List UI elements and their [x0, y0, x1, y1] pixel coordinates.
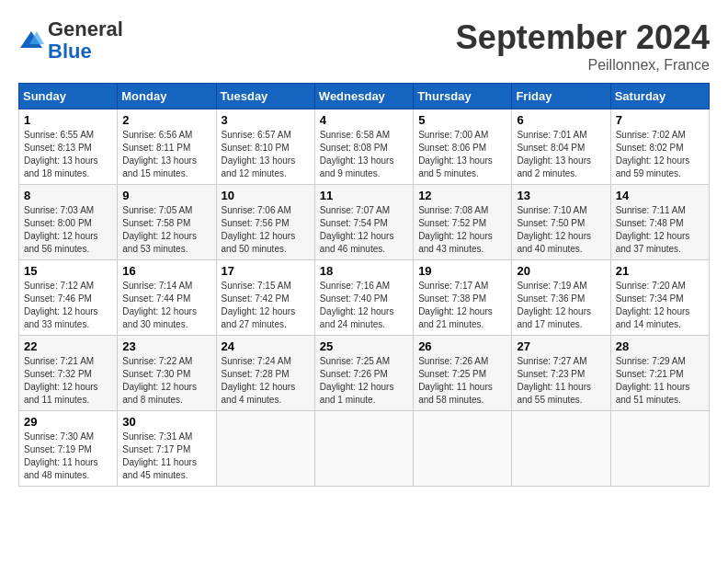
table-row: 23Sunrise: 7:22 AM Sunset: 7:30 PM Dayli…	[118, 336, 216, 411]
col-sunday: Sunday	[19, 84, 118, 109]
table-row: 18Sunrise: 7:16 AM Sunset: 7:40 PM Dayli…	[314, 260, 413, 336]
table-row: 4Sunrise: 6:58 AM Sunset: 8:08 PM Daylig…	[314, 109, 413, 185]
day-number: 7	[616, 113, 704, 127]
col-thursday: Thursday	[414, 84, 512, 109]
day-detail: Sunrise: 7:06 AM Sunset: 7:56 PM Dayligh…	[222, 204, 310, 256]
day-detail: Sunrise: 7:02 AM Sunset: 8:02 PM Dayligh…	[616, 129, 704, 180]
day-detail: Sunrise: 7:03 AM Sunset: 8:00 PM Dayligh…	[24, 204, 112, 256]
day-detail: Sunrise: 7:20 AM Sunset: 7:34 PM Dayligh…	[616, 280, 704, 331]
table-row: 7Sunrise: 7:02 AM Sunset: 8:02 PM Daylig…	[610, 109, 709, 185]
table-row: 1Sunrise: 6:55 AM Sunset: 8:13 PM Daylig…	[19, 109, 118, 185]
table-row: 5Sunrise: 7:00 AM Sunset: 8:06 PM Daylig…	[414, 109, 512, 185]
table-row: 8Sunrise: 7:03 AM Sunset: 8:00 PM Daylig…	[19, 185, 118, 260]
table-row	[216, 411, 314, 487]
day-detail: Sunrise: 7:19 AM Sunset: 7:36 PM Dayligh…	[517, 280, 605, 331]
col-wednesday: Wednesday	[314, 84, 413, 109]
table-row	[314, 411, 413, 487]
table-row	[512, 411, 610, 487]
day-detail: Sunrise: 7:22 AM Sunset: 7:30 PM Dayligh…	[122, 355, 210, 407]
day-detail: Sunrise: 7:07 AM Sunset: 7:54 PM Dayligh…	[320, 204, 408, 256]
day-number: 29	[24, 415, 112, 429]
logo-general-text: General	[48, 18, 123, 40]
calendar-week-row: 8Sunrise: 7:03 AM Sunset: 8:00 PM Daylig…	[19, 185, 710, 260]
day-detail: Sunrise: 7:24 AM Sunset: 7:28 PM Dayligh…	[222, 355, 310, 407]
table-row: 6Sunrise: 7:01 AM Sunset: 8:04 PM Daylig…	[512, 109, 610, 185]
table-row: 19Sunrise: 7:17 AM Sunset: 7:38 PM Dayli…	[414, 260, 512, 336]
day-detail: Sunrise: 7:08 AM Sunset: 7:52 PM Dayligh…	[418, 204, 506, 256]
table-row	[610, 411, 709, 487]
day-number: 5	[418, 113, 506, 127]
day-detail: Sunrise: 7:01 AM Sunset: 8:04 PM Dayligh…	[517, 129, 605, 180]
calendar-week-row: 1Sunrise: 6:55 AM Sunset: 8:13 PM Daylig…	[19, 109, 710, 185]
day-detail: Sunrise: 6:55 AM Sunset: 8:13 PM Dayligh…	[24, 129, 112, 180]
day-number: 9	[122, 189, 210, 202]
day-number: 16	[122, 264, 210, 278]
day-number: 28	[616, 339, 704, 353]
day-detail: Sunrise: 7:14 AM Sunset: 7:44 PM Dayligh…	[122, 280, 210, 331]
day-detail: Sunrise: 7:17 AM Sunset: 7:38 PM Dayligh…	[418, 280, 506, 331]
day-detail: Sunrise: 6:58 AM Sunset: 8:08 PM Dayligh…	[320, 129, 408, 180]
month-title: September 2024	[456, 18, 710, 57]
logo-icon	[18, 28, 44, 53]
day-number: 24	[222, 339, 310, 353]
table-row: 17Sunrise: 7:15 AM Sunset: 7:42 PM Dayli…	[216, 260, 314, 336]
day-number: 22	[24, 339, 112, 353]
table-row: 21Sunrise: 7:20 AM Sunset: 7:34 PM Dayli…	[610, 260, 709, 336]
table-row: 26Sunrise: 7:26 AM Sunset: 7:25 PM Dayli…	[414, 336, 512, 411]
day-detail: Sunrise: 7:00 AM Sunset: 8:06 PM Dayligh…	[418, 129, 506, 180]
day-detail: Sunrise: 6:57 AM Sunset: 8:10 PM Dayligh…	[222, 129, 310, 180]
table-row: 29Sunrise: 7:30 AM Sunset: 7:19 PM Dayli…	[19, 411, 118, 487]
table-row: 22Sunrise: 7:21 AM Sunset: 7:32 PM Dayli…	[19, 336, 118, 411]
day-detail: Sunrise: 7:27 AM Sunset: 7:23 PM Dayligh…	[517, 355, 605, 407]
day-number: 30	[122, 415, 210, 429]
calendar-week-row: 29Sunrise: 7:30 AM Sunset: 7:19 PM Dayli…	[19, 411, 710, 487]
day-detail: Sunrise: 7:31 AM Sunset: 7:17 PM Dayligh…	[122, 431, 210, 482]
day-number: 20	[517, 264, 605, 278]
day-detail: Sunrise: 7:05 AM Sunset: 7:58 PM Dayligh…	[122, 204, 210, 256]
table-row: 9Sunrise: 7:05 AM Sunset: 7:58 PM Daylig…	[118, 185, 216, 260]
col-tuesday: Tuesday	[216, 84, 314, 109]
day-number: 23	[122, 339, 210, 353]
table-row: 27Sunrise: 7:27 AM Sunset: 7:23 PM Dayli…	[512, 336, 610, 411]
logo-blue-text: Blue	[48, 40, 123, 63]
day-number: 27	[517, 339, 605, 353]
table-row: 25Sunrise: 7:25 AM Sunset: 7:26 PM Dayli…	[314, 336, 413, 411]
day-number: 19	[418, 264, 506, 278]
day-number: 17	[222, 264, 310, 278]
table-row: 12Sunrise: 7:08 AM Sunset: 7:52 PM Dayli…	[414, 185, 512, 260]
day-number: 12	[418, 189, 506, 202]
table-row: 13Sunrise: 7:10 AM Sunset: 7:50 PM Dayli…	[512, 185, 610, 260]
title-area: September 2024 Peillonnex, France	[456, 18, 710, 74]
day-detail: Sunrise: 7:11 AM Sunset: 7:48 PM Dayligh…	[616, 204, 704, 256]
table-row: 3Sunrise: 6:57 AM Sunset: 8:10 PM Daylig…	[216, 109, 314, 185]
day-number: 13	[517, 189, 605, 202]
calendar-body: 1Sunrise: 6:55 AM Sunset: 8:13 PM Daylig…	[19, 109, 710, 487]
table-row: 20Sunrise: 7:19 AM Sunset: 7:36 PM Dayli…	[512, 260, 610, 336]
table-row: 10Sunrise: 7:06 AM Sunset: 7:56 PM Dayli…	[216, 185, 314, 260]
day-number: 2	[122, 113, 210, 127]
day-number: 4	[320, 113, 408, 127]
day-number: 21	[616, 264, 704, 278]
page-header: General Blue September 2024 Peillonnex, …	[18, 18, 710, 74]
day-number: 25	[320, 339, 408, 353]
day-detail: Sunrise: 7:16 AM Sunset: 7:40 PM Dayligh…	[320, 280, 408, 331]
day-detail: Sunrise: 7:12 AM Sunset: 7:46 PM Dayligh…	[24, 280, 112, 331]
table-row	[414, 411, 512, 487]
table-row: 15Sunrise: 7:12 AM Sunset: 7:46 PM Dayli…	[19, 260, 118, 336]
calendar-table: Sunday Monday Tuesday Wednesday Thursday…	[18, 83, 710, 487]
location-text: Peillonnex, France	[456, 57, 710, 74]
day-detail: Sunrise: 7:26 AM Sunset: 7:25 PM Dayligh…	[418, 355, 506, 407]
calendar-header-row: Sunday Monday Tuesday Wednesday Thursday…	[19, 84, 710, 109]
day-number: 14	[616, 189, 704, 202]
day-detail: Sunrise: 6:56 AM Sunset: 8:11 PM Dayligh…	[122, 129, 210, 180]
day-number: 18	[320, 264, 408, 278]
col-saturday: Saturday	[610, 84, 709, 109]
day-number: 6	[517, 113, 605, 127]
day-number: 8	[24, 189, 112, 202]
day-number: 3	[222, 113, 310, 127]
day-number: 10	[222, 189, 310, 202]
calendar-week-row: 22Sunrise: 7:21 AM Sunset: 7:32 PM Dayli…	[19, 336, 710, 411]
day-detail: Sunrise: 7:25 AM Sunset: 7:26 PM Dayligh…	[320, 355, 408, 407]
table-row: 24Sunrise: 7:24 AM Sunset: 7:28 PM Dayli…	[216, 336, 314, 411]
table-row: 2Sunrise: 6:56 AM Sunset: 8:11 PM Daylig…	[118, 109, 216, 185]
